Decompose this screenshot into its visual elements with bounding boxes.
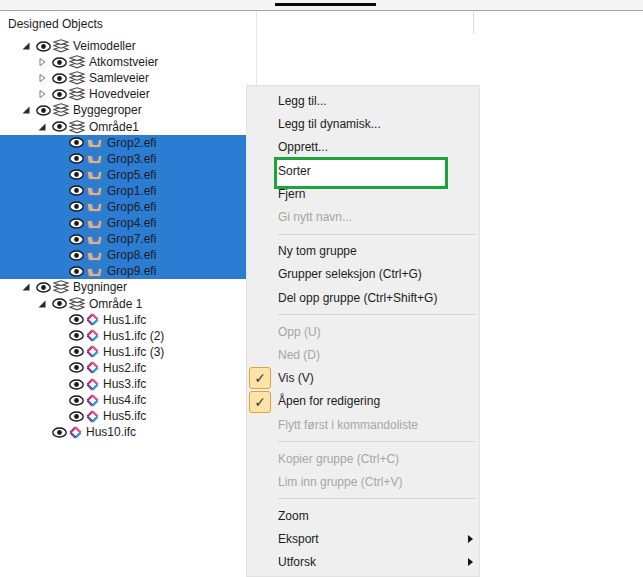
tree-row[interactable]: Område 1 [0,296,248,312]
tree-row[interactable]: Grop7.efi [0,231,248,247]
eye-icon[interactable] [36,105,51,116]
ifc-icon [86,410,99,423]
tree-row[interactable]: Grop9.efi [0,263,248,279]
tree-row[interactable]: Grop8.efi [0,247,248,263]
tree-row-label: Hus2.ifc [103,361,146,375]
ifc-icon [86,361,99,374]
menu-item[interactable]: Opprett... [247,136,479,159]
menu-item[interactable]: Sorter [247,159,479,182]
expander-collapsed-icon[interactable] [37,73,52,83]
layers-icon [69,55,85,69]
tree-row[interactable]: Grop5.efi [0,167,248,183]
menu-item-label: Ny tom gruppe [278,244,357,258]
eye-icon[interactable] [52,89,67,100]
eye-icon[interactable] [69,362,84,373]
eye-icon[interactable] [52,57,67,68]
expander-expanded-icon[interactable] [37,299,52,309]
menu-item-label: Del opp gruppe (Ctrl+Shift+G) [278,291,437,305]
tree-row-label: Atkomstveier [89,55,158,69]
pit-icon [86,233,103,246]
pit-icon [86,184,103,197]
tree-row[interactable]: Grop3.efi [0,151,248,167]
menu-item[interactable]: Del opp gruppe (Ctrl+Shift+G) [247,286,479,309]
pit-icon [86,200,103,213]
menu-item[interactable]: Legg til... [247,89,479,112]
menu-item[interactable]: Legg til dynamisk... [247,112,479,135]
tree-row[interactable]: Hus4.ifc [0,392,248,408]
tree-row[interactable]: Grop2.efi [0,135,248,151]
top-edge-bar [0,0,643,11]
tree-row-label: Hus1.ifc (3) [103,345,164,359]
divider-tick [473,12,474,34]
eye-icon[interactable] [52,427,67,438]
tree-row[interactable]: Grop6.efi [0,199,248,215]
expander-collapsed-icon[interactable] [37,89,52,99]
eye-icon[interactable] [69,153,84,164]
menu-item-label: Gi nytt navn... [278,210,352,224]
tree-row[interactable]: Hus2.ifc [0,360,248,376]
tree-row[interactable]: Samleveier [0,70,248,86]
eye-icon[interactable] [69,218,84,229]
tree-row[interactable]: Grop1.efi [0,183,248,199]
menu-item[interactable]: Fjern [247,182,479,205]
eye-icon[interactable] [69,346,84,357]
eye-icon[interactable] [69,314,84,325]
menu-item-label: Legg til... [278,94,327,108]
eye-icon[interactable] [69,395,84,406]
menu-item[interactable]: ✓Vis (V) [247,366,479,389]
expander-expanded-icon[interactable] [37,122,52,132]
eye-icon[interactable] [69,169,84,180]
tree-row[interactable]: Hus10.ifc [0,424,248,440]
eye-icon[interactable] [36,41,51,52]
eye-icon[interactable] [69,266,84,277]
pit-icon [86,136,103,149]
tree-row[interactable]: Veimodeller [0,38,248,54]
tree-row-label: Grop4.efi [107,216,156,230]
ifc-icon [86,394,99,407]
menu-item[interactable]: Eksport [247,527,479,550]
tree-row[interactable]: Hovedveier [0,86,248,102]
eye-icon[interactable] [69,185,84,196]
expander-expanded-icon[interactable] [21,282,36,292]
eye-icon[interactable] [69,234,84,245]
tree-row[interactable]: Bygninger [0,279,248,295]
tree-row[interactable]: Hus5.ifc [0,408,248,424]
ifc-icon [86,345,99,358]
panel-title: Designed Objects [8,17,103,31]
menu-item: Flytt først i kommandoliste [247,413,479,436]
menu-item-label: Flytt først i kommandoliste [278,418,418,432]
menu-item[interactable]: ✓Åpen for redigering [247,390,479,413]
tree-row[interactable]: Grop4.efi [0,215,248,231]
eye-icon[interactable] [69,250,84,261]
eye-icon[interactable] [36,282,51,293]
tree-row[interactable]: Byggegroper [0,102,248,118]
eye-icon[interactable] [69,379,84,390]
menu-item: Lim inn gruppe (Ctrl+V) [247,470,479,493]
eye-icon[interactable] [69,201,84,212]
expander-collapsed-icon[interactable] [37,57,52,67]
tree-row[interactable]: Atkomstveier [0,54,248,70]
eye-icon[interactable] [52,298,67,309]
menu-item[interactable]: Zoom [247,504,479,527]
menu-item[interactable]: Grupper seleksjon (Ctrl+G) [247,263,479,286]
eye-icon[interactable] [69,137,84,148]
menu-item[interactable]: Utforsk [247,551,479,574]
eye-icon[interactable] [52,121,67,132]
eye-icon[interactable] [69,330,84,341]
tree-row[interactable]: Område1 [0,118,248,134]
tree-row[interactable]: Hus1.ifc [0,312,248,328]
tree-row-label: Grop8.efi [107,248,156,262]
tree-row[interactable]: Hus1.ifc (3) [0,344,248,360]
layers-icon [53,103,69,117]
expander-expanded-icon[interactable] [21,41,36,51]
pit-icon [86,265,103,278]
expander-expanded-icon[interactable] [21,105,36,115]
eye-icon[interactable] [52,73,67,84]
menu-item-label: Åpen for redigering [278,394,380,408]
menu-item[interactable]: Ny tom gruppe [247,239,479,262]
tree-row[interactable]: Hus1.ifc (2) [0,328,248,344]
tree-row-label: Samleveier [89,71,149,85]
eye-icon[interactable] [69,411,84,422]
tree-row[interactable]: Hus3.ifc [0,376,248,392]
splitter-handle[interactable] [275,3,376,6]
